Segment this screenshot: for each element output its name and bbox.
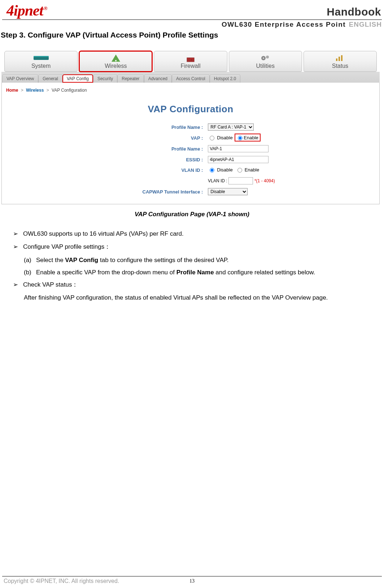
panel-title: VAP Configuration [2, 104, 379, 115]
tab-wireless[interactable]: Wireless [79, 51, 152, 72]
subtab-repeater[interactable]: Repeater [117, 74, 144, 83]
svg-rect-10 [341, 55, 342, 61]
tab-system[interactable]: System [4, 51, 78, 72]
content-panel: Home > Wireless > VAP Configuration VAP … [1, 83, 380, 204]
subtab-access-control[interactable]: Access Control [172, 74, 210, 83]
sub-tab-bar: VAP Overview General VAP Config Security… [1, 72, 380, 83]
vlan-range-note: *(1 - 4094) [254, 178, 275, 183]
vlan-enable-label: Enable [245, 167, 259, 173]
chart-icon [335, 53, 345, 63]
tab-label: System [31, 63, 51, 69]
svg-point-6 [263, 57, 264, 59]
svg-point-7 [266, 56, 269, 58]
firewall-icon [186, 53, 195, 63]
sub-item-text: Select the VAP Config tab to configure t… [36, 254, 229, 266]
list-item-text: Check VAP status： [23, 279, 78, 291]
profile-select-label: Profile Name : [104, 122, 205, 132]
vlan-disable-label: Disable [217, 167, 232, 173]
tab-label: Utilities [256, 63, 275, 69]
capwap-label: CAPWAP Tunnel Interface : [104, 187, 205, 197]
profile-name-input[interactable] [208, 145, 269, 152]
breadcrumb-section[interactable]: Wireless [26, 88, 44, 93]
vap-enable-radio[interactable] [238, 136, 243, 140]
product-subtitle: OWL630 Enterprise Access Point [222, 21, 346, 28]
step-title: Step 3. Configure VAP (Virtual Access Po… [0, 29, 384, 44]
tab-firewall[interactable]: Firewall [154, 51, 227, 72]
breadcrumb-page: VAP Configuration [52, 88, 87, 93]
breadcrumb-sep: > [45, 88, 51, 93]
breadcrumb-home[interactable]: Home [6, 88, 18, 93]
vlan-id-sublabel: VLAN ID : [208, 178, 227, 183]
essid-label: ESSID : [104, 154, 205, 165]
sub-item-label: (b) [24, 267, 36, 278]
vlan-id-input[interactable] [228, 177, 253, 184]
subtab-security[interactable]: Security [93, 74, 117, 83]
language-label: ENGLISH [349, 21, 382, 28]
subtab-vap-config[interactable]: VAP Config [62, 74, 93, 83]
subtab-vap-overview[interactable]: VAP Overview [2, 74, 38, 83]
list-item-text: Configure VAP profile settings： [23, 241, 110, 253]
logo-text: 4ipnet [6, 2, 43, 19]
admin-ui-screenshot: System Wireless Firewall Utilities [1, 50, 380, 204]
vap-disable-label: Disable [217, 135, 232, 140]
sub-list-item: (a) Select the VAP Config tab to configu… [24, 254, 380, 266]
sub-list-item: (b) Enable a specific VAP from the drop-… [24, 267, 380, 278]
bullet-icon: ➢ [13, 279, 23, 291]
router-icon [32, 53, 50, 63]
breadcrumb: Home > Wireless > VAP Configuration [2, 86, 379, 96]
tab-status[interactable]: Status [304, 51, 377, 72]
vap-label: VAP : [104, 133, 205, 143]
vlan-disable-radio[interactable] [210, 168, 214, 173]
sub-list: (a) Select the VAP Config tab to configu… [13, 254, 380, 279]
footer-divider [2, 576, 382, 576]
tab-utilities[interactable]: Utilities [229, 51, 302, 72]
sub-item-text: Enable a specific VAP from the drop-down… [36, 267, 315, 278]
profile-name-label: Profile Name : [104, 144, 205, 154]
handbook-label: Handbook [327, 6, 381, 18]
subtitle-row: OWL630 Enterprise Access Point ENGLISH [0, 20, 384, 29]
bullet-icon: ➢ [13, 228, 23, 240]
svg-rect-3 [187, 58, 194, 62]
svg-rect-1 [34, 56, 49, 57]
config-form: Profile Name : RF Card A : VAP-1 VAP : D… [103, 121, 278, 197]
capwap-select[interactable]: Disable [208, 188, 248, 195]
list-item: ➢ OWL630 supports up to 16 virtual APs (… [13, 228, 380, 240]
figure-caption: VAP Configuration Page (VAP-1 shown) [0, 211, 384, 218]
list-item: ➢ Check VAP status： [13, 279, 380, 291]
vap-disable-radio[interactable] [210, 136, 214, 140]
essid-input[interactable] [208, 156, 269, 163]
tab-label: Wireless [105, 63, 127, 69]
list-item-text: OWL630 supports up to 16 virtual APs (VA… [23, 228, 184, 240]
page: 4ipnet® Handbook OWL630 Enterprise Acces… [0, 0, 384, 588]
main-tab-bar: System Wireless Firewall Utilities [1, 50, 380, 72]
svg-point-2 [115, 60, 117, 61]
svg-rect-9 [339, 57, 340, 61]
svg-rect-8 [336, 58, 337, 61]
profile-select[interactable]: RF Card A : VAP-1 [208, 123, 254, 131]
vap-enable-label: Enable [244, 135, 258, 140]
vlan-label: VLAN ID : [104, 165, 205, 175]
body-list: ➢ OWL630 supports up to 16 virtual APs (… [0, 228, 384, 304]
breadcrumb-sep: > [19, 88, 25, 93]
subtab-general[interactable]: General [38, 74, 62, 83]
sub-item-label: (a) [24, 254, 36, 266]
list-item: ➢ Configure VAP profile settings： [13, 241, 380, 253]
tab-label: Status [332, 63, 348, 69]
brand-logo: 4ipnet® [6, 3, 47, 18]
gears-icon [260, 53, 270, 63]
svg-rect-0 [34, 57, 49, 60]
wifi-icon [110, 53, 121, 63]
header-right: Handbook [327, 6, 381, 18]
registered-mark: ® [44, 6, 47, 11]
header-row: 4ipnet® Handbook [0, 0, 384, 18]
subtab-advanced[interactable]: Advanced [144, 74, 172, 83]
vlan-enable-radio[interactable] [237, 168, 242, 173]
footer: Copyright © 4IPNET, INC. All rights rese… [0, 576, 384, 584]
bullet-icon: ➢ [13, 241, 23, 253]
list-item-tail: After finishing VAP configuration, the s… [13, 292, 380, 304]
footer-row: Copyright © 4IPNET, INC. All rights rese… [0, 578, 384, 584]
page-number: 13 [0, 578, 384, 584]
subtab-hotspot[interactable]: Hotspot 2.0 [210, 74, 240, 83]
tab-label: Firewall [180, 63, 200, 69]
